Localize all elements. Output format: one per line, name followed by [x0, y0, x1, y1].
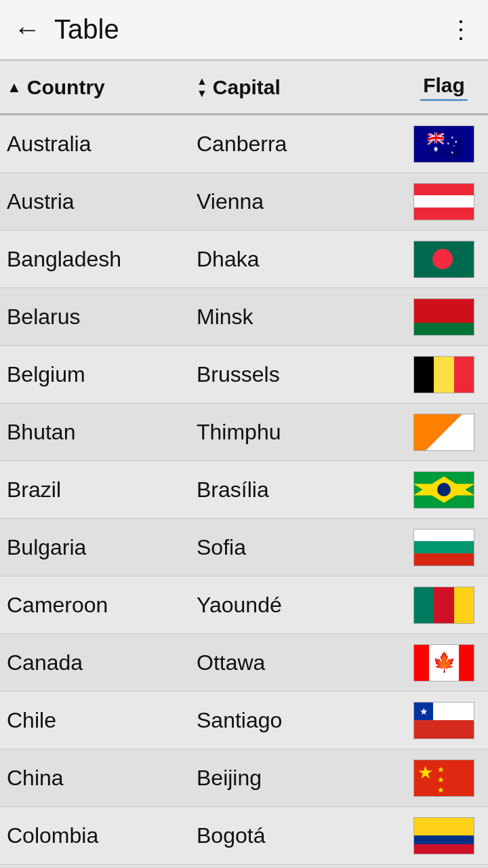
flag-cell: 🍁 — [407, 644, 481, 682]
table-row[interactable]: Australia Canberra — [0, 115, 488, 173]
table-row[interactable]: Belgium Brussels — [0, 346, 488, 403]
country-cell: Canada — [7, 650, 197, 675]
country-cell: Brazil — [7, 477, 197, 502]
capital-cell: Santiago — [197, 708, 407, 733]
column-flag: Flag — [407, 74, 481, 101]
flag-cell — [407, 241, 481, 278]
country-cell: Bulgaria — [7, 535, 197, 560]
capital-column-label: Capital — [213, 76, 281, 99]
country-cell: Belarus — [7, 304, 197, 330]
flag-cell — [407, 356, 481, 393]
header: ← Table ⋮ — [0, 0, 488, 61]
table-row[interactable]: Costa Rica San José — [0, 865, 488, 868]
table-row[interactable]: Brazil Brasília — [0, 461, 488, 519]
table-row[interactable]: Canada Ottawa 🍁 — [0, 634, 488, 692]
flag-column-label: Flag — [423, 74, 465, 96]
table-header: ▲ Country ▲▼ Capital Flag — [0, 61, 488, 115]
country-cell: Cameroon — [7, 593, 197, 618]
country-cell: Australia — [7, 132, 197, 157]
table-row[interactable]: China Beijing ★ ★ ★ ★ ★ — [0, 749, 488, 807]
capital-cell: Brasília — [197, 477, 407, 502]
country-cell: Chile — [7, 708, 197, 733]
column-country[interactable]: ▲ Country — [7, 76, 197, 99]
country-cell: China — [7, 766, 197, 791]
table-row[interactable]: Chile Santiago ★ — [0, 692, 488, 749]
flag-cell — [407, 125, 481, 163]
flag-cell — [407, 298, 481, 336]
capital-cell: Minsk — [197, 304, 407, 330]
capital-cell: Brussels — [197, 362, 407, 387]
table-row[interactable]: Cameroon Yaoundé — [0, 576, 488, 634]
sort-up-icon: ▲ — [7, 79, 22, 96]
flag-cell — [407, 817, 481, 854]
flag-cell — [407, 414, 481, 451]
table-row[interactable]: Colombia Bogotá — [0, 807, 488, 865]
flag-cell — [407, 529, 481, 566]
flag-cell — [407, 471, 481, 509]
capital-cell: Canberra — [197, 132, 407, 157]
country-cell: Belgium — [7, 362, 197, 387]
flag-cell — [407, 587, 481, 624]
capital-cell: Dhaka — [197, 247, 407, 272]
table-row[interactable]: Bangladesh Dhaka — [0, 231, 488, 288]
more-button[interactable]: ⋮ — [449, 16, 474, 44]
capital-cell: Vienna — [197, 189, 407, 214]
column-capital[interactable]: ▲▼ Capital — [197, 75, 407, 99]
table-row[interactable]: Bulgaria Sofia — [0, 519, 488, 576]
country-cell: Colombia — [7, 823, 197, 848]
sort-updown-icon: ▲▼ — [197, 75, 207, 99]
capital-cell: Beijing — [197, 766, 407, 791]
capital-cell: Sofia — [197, 535, 407, 560]
table-row[interactable]: Belarus Minsk — [0, 288, 488, 346]
table-body: Australia Canberra Austria Vienna Bangla… — [0, 115, 488, 868]
capital-cell: Bogotá — [197, 823, 407, 848]
flag-cell — [407, 183, 481, 220]
table-row[interactable]: Bhutan Thimphu — [0, 403, 488, 461]
capital-cell: Thimphu — [197, 420, 407, 445]
country-cell: Bangladesh — [7, 247, 197, 272]
capital-cell: Yaoundé — [197, 593, 407, 618]
flag-cell: ★ — [407, 702, 481, 739]
country-cell: Bhutan — [7, 420, 197, 445]
country-column-label: Country — [27, 76, 105, 99]
flag-cell: ★ ★ ★ ★ ★ — [407, 760, 481, 797]
table-row[interactable]: Austria Vienna — [0, 173, 488, 231]
header-title: Table — [54, 14, 449, 45]
capital-cell: Ottawa — [197, 650, 407, 675]
back-button[interactable]: ← — [14, 14, 41, 45]
country-cell: Austria — [7, 189, 197, 214]
